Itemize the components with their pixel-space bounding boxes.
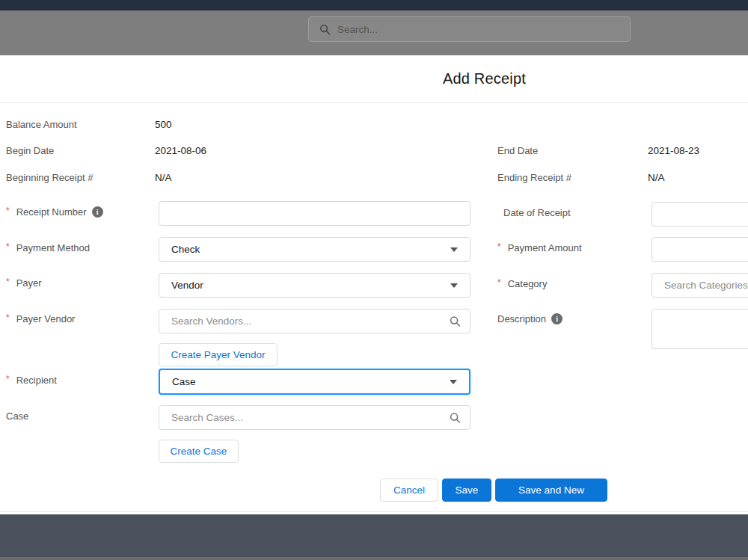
recipient-label: * Recipient (6, 375, 57, 386)
required-asterisk: * (6, 313, 10, 323)
payment-method-label: * Payment Method (6, 242, 90, 253)
required-asterisk: * (6, 206, 10, 216)
required-asterisk: * (6, 374, 10, 384)
ending-receipt-value: N/A (648, 172, 665, 183)
info-icon[interactable]: i (551, 313, 562, 324)
modal-title: Add Receipt (443, 70, 526, 87)
global-search-placeholder: Search... (337, 24, 378, 35)
bottom-bar (0, 514, 748, 557)
begin-date-label: Begin Date (6, 145, 54, 156)
cancel-button[interactable]: Cancel (380, 479, 438, 502)
bottom-strip (0, 557, 748, 560)
balance-amount-value: 500 (155, 119, 172, 130)
case-label: Case (6, 410, 28, 422)
create-case-button[interactable]: Create Case (159, 440, 239, 463)
balance-amount-label: Balance Amount (6, 119, 77, 130)
date-of-receipt-label: Date of Receipt (503, 207, 571, 218)
chevron-down-icon (450, 380, 457, 384)
modal-backdrop: Search... (0, 10, 748, 55)
chevron-down-icon (450, 247, 458, 252)
end-date-label: End Date (497, 145, 538, 156)
payer-vendor-search-input[interactable] (159, 309, 470, 333)
search-icon (319, 24, 331, 35)
modal-body: Balance Amount 500 Begin Date 2021-08-06… (0, 103, 748, 514)
case-lookup (159, 405, 470, 430)
begin-date-value: 2021-08-06 (155, 145, 206, 156)
category-search-input[interactable] (652, 273, 748, 298)
info-icon[interactable]: i (92, 206, 103, 218)
payer-vendor-label: * Payer Vendor (6, 313, 75, 324)
payment-amount-label: * Payment Amount (497, 242, 582, 253)
required-asterisk: * (497, 277, 501, 288)
category-label: * Category (497, 278, 547, 289)
recipient-select[interactable]: Case (159, 369, 470, 395)
case-search-input[interactable] (159, 405, 470, 430)
beginning-receipt-label: Beginning Receipt # (6, 172, 93, 183)
recipient-selected: Case (172, 376, 196, 387)
beginning-receipt-value: N/A (155, 172, 172, 183)
end-date-value: 2021-08-23 (648, 145, 699, 156)
receipt-number-input[interactable] (159, 201, 470, 226)
required-asterisk: * (6, 277, 10, 287)
ending-receipt-label: Ending Receipt # (497, 172, 571, 183)
required-asterisk: * (497, 241, 501, 252)
date-of-receipt-input[interactable] (652, 202, 748, 227)
payment-amount-input[interactable] (652, 237, 748, 262)
description-textarea[interactable] (652, 309, 748, 349)
modal-bottom-divider (0, 511, 748, 512)
payment-method-selected: Check (171, 244, 200, 255)
payer-label: * Payer (6, 277, 42, 289)
modal-header: Add Receipt (0, 55, 748, 103)
receipt-number-label: * Receipt Number i (6, 206, 103, 218)
save-and-new-button[interactable]: Save and New (495, 479, 607, 502)
payment-method-select[interactable]: Check (159, 237, 470, 262)
create-payer-vendor-button[interactable]: Create Payer Vendor (159, 343, 278, 366)
category-lookup (652, 273, 748, 298)
screen: Search... Add Receipt Balance Amount 500… (0, 0, 748, 560)
description-label: Description i (497, 313, 562, 324)
save-button[interactable]: Save (442, 479, 491, 502)
chevron-down-icon (450, 283, 458, 288)
required-asterisk: * (6, 241, 10, 252)
payer-select[interactable]: Vendor (159, 273, 470, 298)
top-nav-bar (0, 0, 748, 10)
add-receipt-modal: Add Receipt Balance Amount 500 Begin Dat… (0, 55, 748, 514)
payer-selected: Vendor (171, 280, 203, 291)
global-search-input[interactable]: Search... (308, 16, 631, 42)
payer-vendor-lookup (159, 309, 470, 333)
